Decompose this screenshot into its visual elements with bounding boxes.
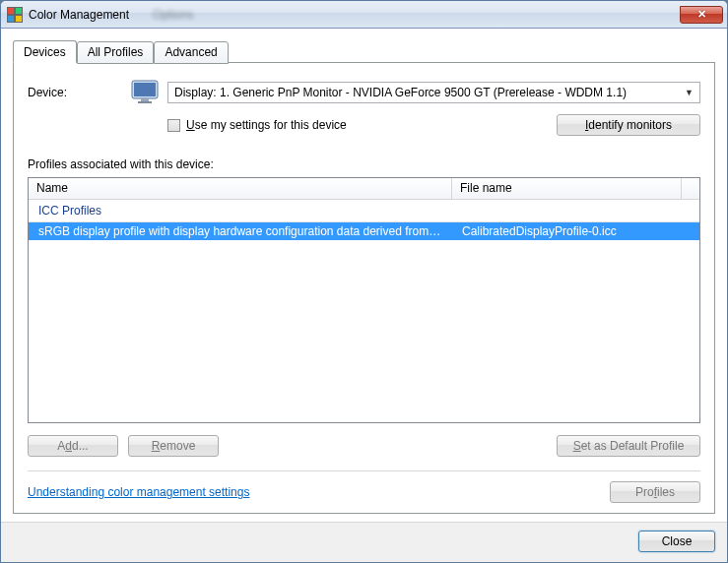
profiles-listview[interactable]: Name File name ICC Profiles sRGB display… xyxy=(28,177,700,423)
column-header-name[interactable]: Name xyxy=(29,178,452,199)
dialog-body: Devices All Profiles Advanced Device: Di… xyxy=(1,29,727,522)
profile-row-file: CalibratedDisplayProfile-0.icc xyxy=(452,222,699,240)
identify-monitors-button[interactable]: Identify monitors xyxy=(557,114,700,136)
tab-advanced[interactable]: Advanced xyxy=(154,41,228,64)
window-title: Color Management xyxy=(29,8,129,22)
close-button[interactable]: Close xyxy=(638,531,715,552)
group-icc-profiles[interactable]: ICC Profiles xyxy=(29,200,699,222)
window-close-button[interactable]: ✕ xyxy=(680,6,723,24)
svg-rect-2 xyxy=(141,98,149,101)
profile-buttons-row: Add... Remove Set as Default Profile xyxy=(28,435,700,457)
device-dropdown-value: Display: 1. Generic PnP Monitor - NVIDIA… xyxy=(174,86,627,99)
profile-row[interactable]: sRGB display profile with display hardwa… xyxy=(29,222,699,240)
profiles-button-label: Profiles xyxy=(635,485,675,499)
use-my-settings-checkbox[interactable] xyxy=(167,119,180,132)
profile-row-name: sRGB display profile with display hardwa… xyxy=(29,222,452,240)
device-row: Device: Display: 1. Generic PnP Monitor … xyxy=(28,79,700,106)
color-management-window: Color Management Options ✕ Devices All P… xyxy=(0,0,728,563)
tab-devices[interactable]: Devices xyxy=(13,40,77,63)
understanding-link[interactable]: Understanding color management settings xyxy=(28,485,249,499)
link-row: Understanding color management settings … xyxy=(28,481,700,503)
remove-button[interactable]: Remove xyxy=(128,435,219,457)
profiles-button[interactable]: Profiles xyxy=(610,481,700,503)
set-default-button-label: Set as Default Profile xyxy=(573,439,685,453)
remove-button-label: Remove xyxy=(152,439,196,453)
tab-all-profiles[interactable]: All Profiles xyxy=(77,41,155,64)
tab-strip: Devices All Profiles Advanced xyxy=(13,40,715,63)
divider xyxy=(28,470,700,471)
titlebar[interactable]: Color Management Options ✕ xyxy=(1,1,727,29)
profiles-section-label: Profiles associated with this device: xyxy=(28,157,700,171)
listview-header: Name File name xyxy=(29,178,699,200)
settings-row: UUse my settings for this devicese my se… xyxy=(28,114,700,136)
device-dropdown[interactable]: Display: 1. Generic PnP Monitor - NVIDIA… xyxy=(167,82,700,103)
chevron-down-icon: ▼ xyxy=(685,88,694,97)
use-my-settings-label: UUse my settings for this devicese my se… xyxy=(186,118,557,132)
dialog-footer: Close xyxy=(1,522,727,562)
column-header-spacer xyxy=(682,178,699,199)
listview-body: ICC Profiles sRGB display profile with d… xyxy=(29,200,699,422)
set-default-button[interactable]: Set as Default Profile xyxy=(557,435,700,457)
column-header-file[interactable]: File name xyxy=(452,178,682,199)
close-icon: ✕ xyxy=(697,8,706,21)
svg-rect-1 xyxy=(134,83,156,96)
tab-content-devices: Device: Display: 1. Generic PnP Monitor … xyxy=(13,62,715,514)
device-label: Device: xyxy=(28,86,130,99)
app-icon xyxy=(7,7,23,23)
ghost-title: Options xyxy=(153,8,193,22)
add-button[interactable]: Add... xyxy=(28,435,118,457)
svg-rect-3 xyxy=(138,101,152,103)
add-button-label: Add... xyxy=(57,439,88,453)
monitor-icon xyxy=(130,79,160,106)
identify-monitors-label: Identify monitors xyxy=(585,118,672,132)
